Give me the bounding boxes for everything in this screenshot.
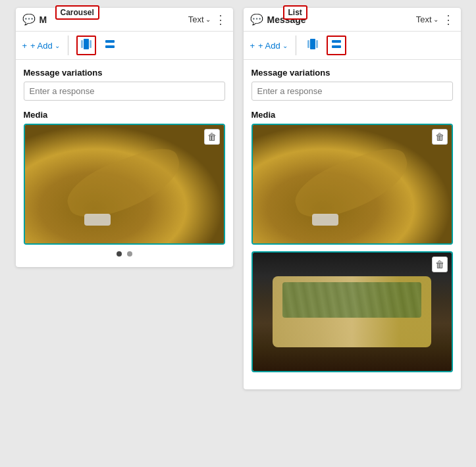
svg-rect-0: [81, 40, 83, 48]
list-body: Message variations Media 🗑 🗑: [244, 60, 461, 389]
more-options-button[interactable]: ⋮: [215, 14, 226, 26]
text-dropdown-button-list[interactable]: Text ⌄: [416, 14, 438, 24]
plus-icon-list: +: [250, 41, 255, 51]
dot-1[interactable]: [117, 251, 122, 257]
aerial-photo-list: [253, 125, 452, 243]
carousel-dots: [24, 251, 225, 257]
svg-rect-2: [90, 40, 92, 48]
delete-media-button-list-1[interactable]: 🗑: [432, 129, 448, 145]
media-label: Media: [24, 110, 225, 120]
text-dropdown-button[interactable]: Text ⌄: [188, 14, 211, 24]
dot-2[interactable]: [127, 251, 132, 257]
response-input[interactable]: [24, 82, 225, 101]
svg-rect-6: [310, 39, 315, 49]
svg-rect-3: [105, 40, 115, 43]
svg-rect-4: [105, 45, 115, 48]
carousel-badge: Carousel: [55, 5, 99, 20]
response-input-list[interactable]: [251, 82, 453, 101]
plus-icon: +: [22, 41, 28, 51]
delete-media-button[interactable]: 🗑: [204, 129, 220, 145]
chevron-down-icon: ⌄: [205, 16, 211, 23]
carousel-view-button-list[interactable]: [304, 37, 321, 54]
toolbar-separator-list: [296, 36, 296, 55]
svg-rect-1: [84, 39, 89, 49]
media-card-list-1: 🗑: [251, 124, 453, 245]
list-header: 💬 Message List Text ⌄ ⋮: [244, 8, 461, 32]
add-chevron-icon: ⌄: [55, 42, 60, 49]
message-variations-label-list: Message variations: [251, 68, 453, 78]
svg-rect-7: [316, 40, 318, 48]
toolbar-separator: [68, 36, 68, 55]
chat-icon-list: 💬: [250, 13, 263, 26]
media-card-1: 🗑: [24, 124, 225, 245]
add-button-list[interactable]: + + Add ⌄: [250, 41, 288, 51]
chevron-down-icon-list: ⌄: [433, 16, 438, 23]
svg-rect-8: [332, 40, 341, 43]
chat-icon: 💬: [22, 13, 36, 26]
media-label-list: Media: [251, 110, 453, 120]
carousel-view-button[interactable]: [76, 36, 96, 55]
carousel-body: Message variations Media 🗑: [16, 60, 233, 267]
carousel-header: 💬 M Carousel Text ⌄ ⋮: [16, 8, 233, 32]
media-card-list-2: 🗑: [251, 251, 453, 372]
carousel-panel: 💬 M Carousel Text ⌄ ⋮ + + Add ⌄: [16, 8, 233, 267]
list-badge: List: [283, 5, 307, 20]
list-toolbar: + + Add ⌄: [244, 32, 461, 60]
svg-rect-5: [307, 40, 309, 48]
delete-media-button-list-2[interactable]: 🗑: [432, 257, 448, 272]
add-button[interactable]: + + Add ⌄: [22, 41, 60, 51]
list-view-button[interactable]: [101, 37, 119, 54]
fish-photo: [253, 253, 452, 371]
list-view-button-list[interactable]: [327, 36, 346, 55]
aerial-photo: [25, 125, 224, 243]
message-variations-label: Message variations: [24, 68, 225, 78]
more-options-button-list[interactable]: ⋮: [442, 14, 454, 26]
svg-rect-9: [332, 45, 341, 48]
list-panel: 💬 Message List Text ⌄ ⋮ + + Add ⌄: [244, 8, 461, 389]
add-chevron-icon-list: ⌄: [282, 42, 288, 49]
carousel-toolbar: + + Add ⌄: [16, 32, 233, 60]
